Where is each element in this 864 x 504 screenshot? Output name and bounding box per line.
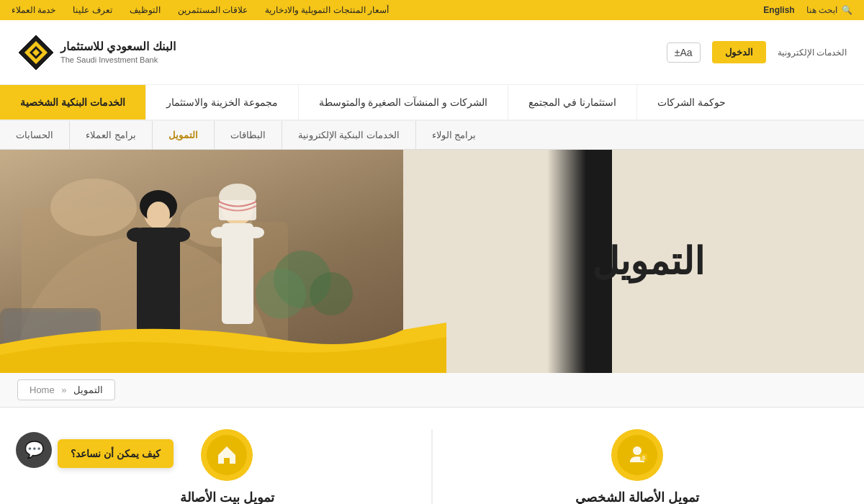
subnav-loyalty[interactable]: برامج الولاء xyxy=(416,121,492,149)
font-toggle-button[interactable]: Aa± xyxy=(667,42,701,63)
svg-point-20 xyxy=(170,228,190,242)
svg-point-14 xyxy=(247,227,264,238)
nav-personal[interactable]: الخدمات البنكية الشخصية xyxy=(0,85,146,120)
language-toggle[interactable]: English xyxy=(763,5,794,15)
bank-name-text: البنك السعودي للاستثمار The Saudi Invest… xyxy=(60,39,176,66)
icon-inner: $ xyxy=(617,435,657,475)
chat-help-button[interactable]: كيف يمكن أن نساعد؟ xyxy=(58,439,174,468)
sub-navigation: برامج الولاء الخدمات البنكية الإلكترونية… xyxy=(0,121,864,150)
nav-careers[interactable]: التوظيف xyxy=(130,5,161,15)
hero-section: التمويل xyxy=(0,150,864,373)
subnav-cards[interactable]: البطاقات xyxy=(215,121,282,149)
svg-point-7 xyxy=(50,179,137,236)
bank-name-arabic: البنك السعودي للاستثمار xyxy=(60,39,176,55)
section-divider xyxy=(432,429,433,504)
nav-sme[interactable]: الشركات و المنشآت الصغيرة والمتوسطة xyxy=(299,85,509,120)
nav-community[interactable]: استثمارنا في المجتمع xyxy=(508,85,637,120)
breadcrumb-home[interactable]: Home xyxy=(30,384,55,395)
svg-point-28 xyxy=(633,446,642,455)
search-area[interactable]: 🔍 ابحث هنا xyxy=(806,5,852,15)
subnav-accounts[interactable]: الحسابات xyxy=(0,121,70,149)
search-icon: 🔍 xyxy=(842,5,852,15)
login-button[interactable]: الدخول xyxy=(712,41,766,63)
top-bar-right: 🔍 ابحث هنا English xyxy=(763,5,852,15)
top-bar-left: أسعار المنتجات التمويلية والادخارية علاق… xyxy=(12,5,389,15)
icon-inner-2 xyxy=(207,435,247,475)
bank-name-english: The Saudi Investment Bank xyxy=(60,55,176,66)
nav-customer-service[interactable]: خدمة العملاء xyxy=(12,5,55,15)
nav-governance[interactable]: حوكمة الشركات xyxy=(637,85,746,120)
svg-point-19 xyxy=(127,228,147,242)
breadcrumb-separator: « xyxy=(61,384,66,395)
personal-financing-icon: $ xyxy=(611,429,663,481)
main-navigation: حوكمة الشركات استثمارنا في المجتمع الشرك… xyxy=(0,85,864,121)
svg-text:$: $ xyxy=(642,454,646,461)
chat-circle-button[interactable]: 💬 xyxy=(16,432,52,468)
breadcrumb: التمويل « Home xyxy=(17,379,115,400)
subnav-customer-programs[interactable]: برامج العملاء xyxy=(70,121,153,149)
breadcrumb-current: التمويل xyxy=(73,384,103,395)
header: الخدمات الإلكترونية الدخول Aa± البنك الس… xyxy=(0,20,864,85)
card-home-title[interactable]: تمويل بيت الأصالة xyxy=(180,490,274,504)
top-bar: 🔍 ابحث هنا English أسعار المنتجات التموي… xyxy=(0,0,864,20)
svg-point-17 xyxy=(147,202,170,228)
nav-investor-relations[interactable]: علاقات المستثمرين xyxy=(178,5,248,15)
svg-point-13 xyxy=(211,227,228,238)
chat-icon: 💬 xyxy=(24,441,44,459)
eservices-label: الخدمات الإلكترونية xyxy=(778,48,847,58)
nav-about-us[interactable]: تعرف علينا xyxy=(73,5,112,15)
header-right: الخدمات الإلكترونية الدخول Aa± xyxy=(667,41,847,63)
logo-area: البنك السعودي للاستثمار The Saudi Invest… xyxy=(17,34,176,71)
subnav-financing[interactable]: التمويل xyxy=(153,121,215,149)
hero-title: التمويل xyxy=(592,240,704,283)
subnav-ebanking[interactable]: الخدمات البنكية الإلكترونية xyxy=(282,121,416,149)
breadcrumb-bar: التمويل « Home xyxy=(0,373,864,408)
search-label[interactable]: ابحث هنا xyxy=(806,5,837,15)
bank-logo[interactable] xyxy=(17,34,55,71)
nav-treasury[interactable]: مجموعة الخزينة والاستثمار xyxy=(146,85,299,120)
home-financing-icon xyxy=(201,429,253,481)
hero-title-area: التمويل xyxy=(468,150,828,373)
card-personal-title[interactable]: تمويل الأصالة الشخصي xyxy=(575,490,699,504)
card-personal-financing[interactable]: $ تمويل الأصالة الشخصي xyxy=(456,429,819,504)
nav-product-prices[interactable]: أسعار المنتجات التمويلية والادخارية xyxy=(265,5,389,15)
svg-marker-31 xyxy=(218,446,235,464)
